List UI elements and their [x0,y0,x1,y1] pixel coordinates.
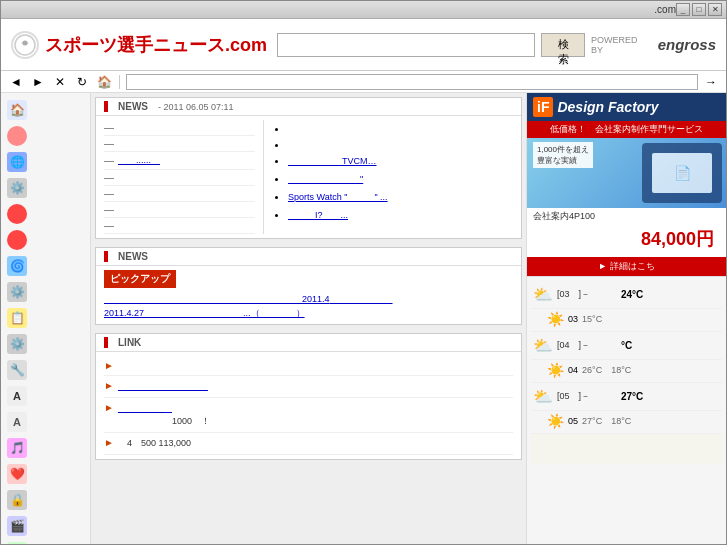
link-content-3: 1000 ！ [118,402,210,428]
red-accent-2 [104,251,108,262]
pickup-text: 2011.4 2011.4.27 ...（ ） [104,292,513,320]
address-bar[interactable] [126,74,698,90]
sidebar-item-16[interactable]: 🎬 [1,513,90,539]
weather-sub-label-3: 05 [568,416,578,426]
sidebar-item-13[interactable]: 🎵 [1,435,90,461]
link-body: ► ► ► 1000 ！ [96,352,521,459]
weather-date-1: [03 ]－ [557,288,617,301]
news2-body: ピックアップ 2011.4 2011.4.27 ...（ ） [96,266,521,324]
link-content-2 [118,380,208,393]
search-area: 検索 POWERED BY engross [277,33,716,57]
weather-sub-temp-2: 26°C 18°C [582,364,631,377]
sidebar-item-17[interactable]: 🌿 [1,539,90,544]
search-button[interactable]: 検索 [541,33,585,57]
news-section: NEWS - 2011 06.05 07:11 — — [95,97,522,239]
lock-icon: 🔒 [7,490,27,510]
weather-day-2: ⛅ [04 ]－ °C [531,332,722,360]
go-button[interactable]: → [702,73,720,91]
sidebar-item-7[interactable]: ⚙️ [1,279,90,305]
clipboard-icon: 📋 [7,308,27,328]
weather-sub-icon-3: ☀️ [547,413,564,429]
gear-icon-2: ⚙️ [7,334,27,354]
sidebar-item-4[interactable] [1,201,90,227]
link-item-4: ► 4 500 113,000 [104,433,513,455]
news-link-5[interactable]: Sports Watch " " ... [288,192,388,202]
font-a-icon-1: A [7,386,27,406]
weather-day-3: ⛅ [05 ]－ 27°C [531,383,722,411]
link-section-header: LINK [96,334,521,352]
refresh-button[interactable]: ↻ [73,73,91,91]
weather-sub-2: ☀️ 04 26°C 18°C [531,360,722,383]
back-button[interactable]: ◄ [7,73,25,91]
news-left-item-7: — [104,218,255,234]
logo-text: スポーツ選手ニュース.com [45,33,267,57]
ad-overlay: 1,000件を超え豊富な実績 [533,142,593,168]
sidebar-item-8[interactable]: 📋 [1,305,90,331]
sidebar-item-3[interactable]: ⚙️ [1,175,90,201]
logo-area: スポーツ選手ニュース.com [11,31,267,59]
news-item-1 [288,120,513,136]
ad-icon-text: iF [537,99,549,115]
ad-detail-button[interactable]: ► 詳細はこち [527,257,726,276]
news-item-2 [288,136,513,152]
link-item-1: ► [104,356,513,376]
link-arrow-1: ► [104,360,114,371]
ad-card: 📄 [652,153,712,193]
link-item-2: ► [104,376,513,398]
link-3-anchor[interactable] [118,403,172,413]
weather-icon-1: ⛅ [533,285,553,304]
news-left-item-1: — [104,120,255,136]
sidebar-item-home[interactable]: 🏠 [1,97,90,123]
forward-button[interactable]: ► [29,73,47,91]
news2-label: NEWS [118,251,148,262]
search-input[interactable] [277,33,535,57]
weather-sub-icon-2: ☀️ [547,362,564,378]
spiral-icon: 🌀 [7,256,27,276]
link-arrow-4: ► [104,437,114,448]
home-button[interactable]: 🏠 [95,73,113,91]
red-accent-3 [104,337,108,348]
close-button[interactable]: ✕ [708,3,722,16]
sidebar-item-6[interactable]: 🌀 [1,253,90,279]
link-arrow-2: ► [104,380,114,391]
weather-date-2: [04 ]－ [557,339,617,352]
sidebar-item-9[interactable]: ⚙️ [1,331,90,357]
ad-price-area: 会社案内4P100 84,000円 [527,208,726,257]
minimize-button[interactable]: _ [676,3,690,16]
news-link-4[interactable]: " [288,174,363,184]
sidebar-item-15[interactable]: 🔒 [1,487,90,513]
font-a-icon-2: A [7,412,27,432]
weather-sub-temp-3: 27°C 18°C [582,415,631,428]
news-left-item-3: — ...... [104,152,255,170]
news-left-item-2: — [104,136,255,152]
sidebar: 🏠 🌐 ⚙️ 🌀 ⚙️ 📋 [1,93,91,544]
sidebar-item-12[interactable]: A [1,409,90,435]
link-arrow-3: ► [104,402,114,413]
weather-high-1: 24°C [621,289,643,300]
link-2-anchor[interactable] [118,381,208,391]
news-link-3[interactable]: TVCM… [288,156,377,166]
sidebar-item-14[interactable]: ❤️ [1,461,90,487]
ad-price: 84,000円 [533,223,720,255]
news-link-6[interactable]: I? ... [288,210,348,220]
weather-high-3: 27°C [621,391,643,402]
stop-button[interactable]: ✕ [51,73,69,91]
weather-sub-3: ☀️ 05 27°C 18°C [531,411,722,434]
sidebar-item-10[interactable]: 🔧 [1,357,90,383]
pickup-link[interactable]: 2011.4 2011.4.27 ...（ ） [104,294,393,318]
browser-window: .com _ □ ✕ スポーツ選手ニュース.com 検索 POWERED BY … [0,0,727,545]
weather-sub-1: ☀️ 03 15°C [531,309,722,332]
maximize-button[interactable]: □ [692,3,706,16]
link-section: LINK ► ► ► [95,333,522,460]
news-right-column: TVCM… " Sports Watch " " ... I? ... [272,120,513,234]
news-item-3: TVCM… [288,152,513,170]
weather-panel: ⛅ [03 ]－ 24°C ☀️ 03 15°C ⛅ [04 ]－ °C ☀️ … [527,277,726,468]
sidebar-item-5[interactable] [1,227,90,253]
ad-logo-icon: iF [533,97,553,117]
svg-point-1 [23,40,28,45]
sidebar-item-11[interactable]: A [1,383,90,409]
news-item-4: " [288,170,513,188]
sidebar-item-1[interactable] [1,123,90,149]
sidebar-item-2[interactable]: 🌐 [1,149,90,175]
news2-section-header: NEWS [96,248,521,266]
